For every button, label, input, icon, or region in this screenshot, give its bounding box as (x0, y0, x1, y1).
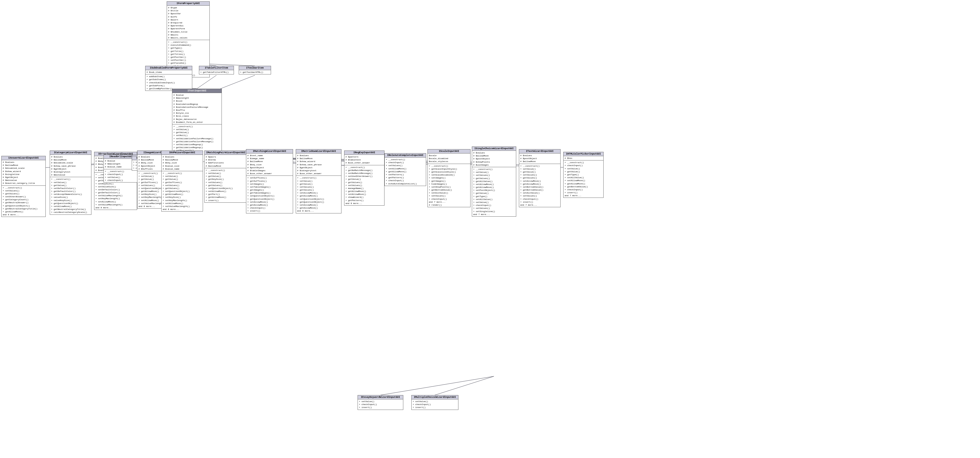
uml-methods-iessaykeywordwizardinputgui: + setValue()+ checkInput()+ insert() (358, 399, 403, 410)
uml-attrs-ihtmlcolorpickerinputgui: # $hex (563, 156, 603, 161)
uml-box-header-isubenabledformpropertygui: ISubEnabledFormPropertyGUI (145, 66, 192, 70)
uml-box-header-imatrixrowwizardinputgui: IMatrixRowWizardInputGUI (296, 149, 341, 153)
uml-methods-ihtmlcolorpickerinputgui: + __construct()+ checkInput()+ setValue(… (563, 161, 603, 197)
uml-box-iscaleinputgui: IScaleInputGUI$scale$scale_disabled$scal… (428, 149, 471, 207)
uml-methods-itablefilteritem: + getTableFilterHTML() (199, 70, 234, 74)
uml-attrs-imatchingwizardinputgui: # $text_name# $image_name# $allowMove# $… (246, 153, 293, 176)
uml-box-ihtmlcolorpickerinputgui: IHTMLColorPickerInputGUI# $hex+ __constr… (563, 152, 604, 198)
uml-methods-itoolbaritem: + getToolbarHTML() (239, 70, 271, 74)
uml-box-icategorywizardinputgui: ICategoryWizardInputGUI# $values# $allow… (50, 151, 91, 215)
uml-box-itablefilteritem: ITableFilterItem+ getTableFilterHTML() (199, 66, 234, 75)
uml-box-header-iformpropertygui: IFormPropertyGUI (167, 2, 210, 6)
uml-box-header-imatchingwizardinputgui: IMatchingWizardInputGUI (246, 149, 293, 153)
uml-box-ikvpwizardinputgui: IKVPWizardInputGUI# $values# $allowMove#… (161, 151, 203, 212)
uml-attrs-iregexpinputgui: # $pattern# $tabletext# $use_other_answe… (344, 155, 384, 165)
uml-box-header-imultiplechoicewizardinputgui: IMultipleChoiceWizardInputGUI (412, 395, 458, 399)
uml-box-header-ianswerwizardinputgui: IAnswerWizardInputGUI (2, 156, 45, 160)
uml-attrs-isubenabledformpropertygui: # $sub_items (145, 70, 192, 75)
uml-methods-imatrixrowwizardinputgui: + __construct()+ setValue()+ getValue()+… (296, 176, 341, 213)
uml-box-header-iroleautocompleteinputgui: IRoleAutoCompleteInputGUI (385, 153, 426, 157)
svg-line-24 (380, 376, 494, 395)
uml-box-imatrixrowwizardinputgui: IMatrixRowWizardInputGUI# $values# $allo… (296, 149, 342, 213)
uml-box-isubenabledformpropertygui: ISubEnabledFormPropertyGUI# $sub_items+ … (145, 66, 192, 91)
uml-box-header-icategorywizardinputgui: ICategoryWizardInputGUI (50, 151, 91, 155)
uml-box-header-ikvpwizardinputgui: IKVPWizardInputGUI (162, 151, 203, 155)
uml-attrs-isinglechoicewizardinputgui: # $values# $allowMove# $postObject# $sho… (472, 151, 516, 167)
uml-methods-ireadurlinputgui: + __construct()+ checkInput()+ setValue(… (104, 169, 138, 183)
uml-attrs-imatrixrowwizardinputgui: # $values# $allowMove# $show_wizard# $sh… (296, 153, 341, 176)
uml-methods-iroleautocompleteinputgui: + __construct()+ checkInput()+ setValues… (385, 157, 426, 186)
uml-attrs-ikvpwizardinputgui: # $values# $allowMove# $key_size# $value… (162, 155, 203, 171)
uml-attrs-ianswerwizardinputgui: # $values# $allowMove# $disabled_scale# … (2, 160, 45, 186)
uml-box-header-iessaykeywordwizardinputgui: IEssayKeywordWizardInputGUI (358, 395, 403, 399)
uml-methods-iscaleinputgui: + __construct()+ getScaleInputStyle()+ g… (428, 164, 470, 207)
uml-attrs-itextwizardinputgui: # $values# $postObject# $allowMove (519, 153, 560, 164)
uml-methods-isubenabledformpropertygui: + addSubItem()+ getSubItems()+ checkSubI… (145, 75, 192, 91)
uml-box-header-ihtmlcolorpickerinputgui: IHTMLColorPickerInputGUI (563, 152, 603, 156)
svg-line-25 (435, 376, 494, 395)
uml-box-iroleautocompleteinputgui: IRoleAutoCompleteInputGUI+ __construct()… (385, 153, 426, 186)
uml-box-header-iregexpinputgui: IRegExpInputGUI (344, 151, 384, 155)
uml-attrs-itextinputgui: # $value# $maxlength# $size# $validation… (172, 93, 221, 124)
uml-box-header-itextwizardinputgui: ITextWizardInputGUI (519, 149, 560, 153)
uml-box-imultiplechoicewizardinputgui: IMultipleChoiceWizardInputGUI+ setValue(… (411, 395, 458, 410)
uml-box-ianswerwizardinputgui: IAnswerWizardInputGUI# $values# $allowMo… (2, 156, 46, 217)
svg-line-5 (221, 75, 255, 89)
uml-methods-imatchingwizardinputgui: + setSuffixes()+ getSuffixes()+ setImage… (246, 176, 293, 213)
uml-methods-isinglechoicewizardinputgui: + __construct()+ setValue()+ setValues()… (472, 167, 516, 216)
uml-box-header-itextinputgui: ITextInputGUI (172, 89, 221, 93)
uml-box-imatchingwizardinputgui: IMatchingWizardInputGUI# $text_name# $im… (246, 149, 293, 213)
uml-methods-itextwizardinputgui: + __construct()+ setValue()+ getValue()+… (519, 164, 560, 207)
uml-box-isinglechoicewizardinputgui: ISingleChoiceWizardInputGUI# $values# $a… (472, 146, 516, 216)
uml-box-imatchingpairwizardinputgui: IMatchingPairWizardInputGUI# $pairs# $te… (204, 151, 247, 203)
uml-box-iessaykeywordwizardinputgui: IEssayKeywordWizardInputGUI+ setValue()+… (358, 395, 403, 410)
diagram-container: IFormPropertyGUI# $type# $title# $postVa… (0, 0, 980, 458)
uml-box-itextwizardinputgui: ITextWizardInputGUI# $values# $postObjec… (519, 149, 561, 207)
uml-box-header-itablefilteritem: ITableFilterItem (199, 66, 234, 70)
uml-methods-ikvpwizardinputgui: + __construct()+ setValue()+ getValue()+… (162, 171, 203, 211)
uml-attrs-imatchingpairwizardinputgui: # $pairs# $terms# $definitions# $allowMo… (205, 155, 247, 168)
uml-methods-icategorywizardinputgui: + __construct()+ setValue()+ getValue()+… (50, 177, 91, 214)
uml-box-header-iscaleinputgui: IScaleInputGUI (428, 149, 470, 153)
uml-box-header-itoolbaritem: IToolbarItem (239, 66, 271, 70)
uml-methods-imultiplechoicewizardinputgui: + setValue()+ checkInput()+ insert() (412, 399, 458, 410)
uml-methods-ianswerwizardinputgui: + __construct()+ setValues()+ getValues(… (2, 186, 45, 217)
uml-box-header-isinglechoicewizardinputgui: ISingleChoiceWizardInputGUI (472, 147, 516, 151)
uml-methods-imatchingpairwizardinputgui: + __construct()+ setValue()+ getValue()+… (205, 168, 247, 202)
uml-box-header-imatchingpairwizardinputgui: IMatchingPairWizardInputGUI (205, 151, 247, 155)
uml-attrs-iformpropertygui: # $type# $title# $postVar# $info# $alert… (167, 6, 210, 40)
uml-attrs-icategorywizardinputgui: # $values# $allowMove# $disabled_scale# … (50, 155, 91, 177)
uml-box-itoolbaritem: IToolbarItem+ getToolbarHTML() (239, 66, 271, 75)
uml-box-iregexpinputgui: IRegExpInputGUI# $pattern# $tabletext# $… (344, 151, 385, 206)
uml-methods-iregexpinputgui: + __construct()+ getNoMatchMessage()+ se… (344, 165, 384, 205)
uml-attrs-iscaleinputgui: $scale$scale_disabled$scale_stylecss (428, 153, 470, 164)
